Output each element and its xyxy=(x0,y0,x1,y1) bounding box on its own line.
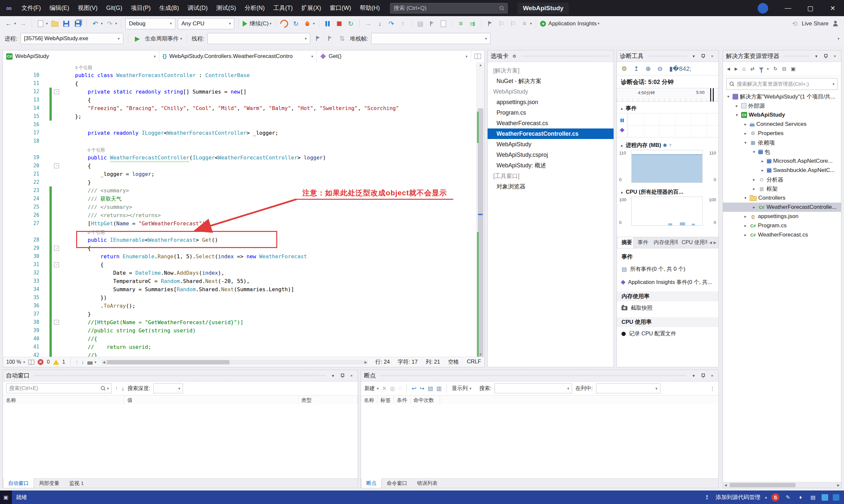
panel-tab[interactable]: 监视 1 xyxy=(64,479,89,488)
show-next-statement-icon[interactable]: → xyxy=(364,19,373,28)
panel-tab[interactable]: 局部变量 xyxy=(34,479,64,488)
live-share-icon[interactable]: ⟲ xyxy=(790,19,799,28)
tab-scroll-right-icon[interactable]: ▶ xyxy=(714,240,717,245)
maximize-button[interactable]: ▢ xyxy=(799,0,822,16)
filter-icon[interactable] xyxy=(759,68,763,71)
code-line[interactable]: 12- private static readonly string[] Sum… xyxy=(3,88,484,96)
window-tile-icon[interactable] xyxy=(822,494,828,501)
code-line[interactable]: 37 } xyxy=(3,310,484,318)
back-icon[interactable]: ◀ xyxy=(727,67,730,71)
push-up-arrow-icon[interactable]: ↥ xyxy=(703,493,711,501)
code-area[interactable]: 3 个引用10 public class WeatherForecastCont… xyxy=(3,62,484,357)
code-line[interactable]: 11 { xyxy=(3,79,484,88)
expander-icon[interactable]: ▸ xyxy=(751,205,757,210)
previous-bookmark-icon[interactable]: ⚐ xyxy=(497,19,506,28)
fold-toggle-icon[interactable]: - xyxy=(54,246,59,251)
session-timeline[interactable]: 4:50分钟 5:00 xyxy=(617,88,718,102)
save-all-icon[interactable] xyxy=(73,19,82,28)
continue-icon[interactable] xyxy=(243,21,247,27)
continue-button[interactable]: 继续(C) xyxy=(249,20,269,28)
step-into-icon[interactable]: ↓ xyxy=(375,19,384,28)
thread-dropdown[interactable]: ▾ xyxy=(207,33,310,44)
debugbar-overflow-icon[interactable]: ▾ xyxy=(838,37,839,41)
take-snapshot-link[interactable]: 截取快照 xyxy=(617,301,718,314)
expander-icon[interactable]: ▸ xyxy=(743,131,748,136)
delete-breakpoint-icon[interactable]: ✕ xyxy=(382,385,387,392)
tree-item[interactable]: ▸Swashbuckle.AspNetC... xyxy=(723,166,841,175)
scroll-right-icon[interactable]: ▶ xyxy=(837,483,841,487)
expander-icon[interactable]: ▸ xyxy=(743,233,748,237)
code-line[interactable]: 39 //public string Get(string userid) xyxy=(3,326,484,335)
source-control-provider-badge[interactable]: S xyxy=(772,493,779,501)
code-line[interactable]: 42 //} xyxy=(3,351,484,357)
diagnostics-tab[interactable]: 内存使用率 xyxy=(650,237,678,248)
column-header[interactable]: 名称 xyxy=(361,396,378,405)
expander-icon[interactable]: ▸ xyxy=(760,168,765,173)
scroll-down-icon[interactable]: ▼ xyxy=(477,353,484,356)
in-column-dropdown[interactable]: ▾ xyxy=(596,383,660,393)
code-line[interactable]: 41 // return userid; xyxy=(3,343,484,351)
menu-item[interactable]: 编辑(E) xyxy=(45,0,73,16)
new-breakpoint-dropdown-icon[interactable]: ▾ xyxy=(377,386,379,391)
restart-icon[interactable]: ↻ xyxy=(346,19,356,28)
break-all-icon[interactable] xyxy=(323,19,332,28)
expander-icon[interactable]: ▸ xyxy=(743,223,748,228)
code-line[interactable]: 15 }; xyxy=(3,112,484,121)
pin-icon[interactable] xyxy=(700,372,706,379)
export-report-icon[interactable]: ↥ xyxy=(634,65,639,72)
tree-item[interactable]: ▸WeatherForecastControlle... xyxy=(723,203,841,212)
menu-item[interactable]: 项目(P) xyxy=(126,0,155,16)
app-insights-events-link[interactable]: Application Insights 事件(0 个, 共... xyxy=(617,276,718,289)
code-line[interactable]: 26 /// <returns></returns> xyxy=(3,211,484,219)
export-breakpoints-icon[interactable]: ↪ xyxy=(420,385,424,392)
process-dropdown[interactable]: [35756] WebApiStudy.exe▾ xyxy=(20,33,123,44)
tree-item[interactable]: ▸WeatherForecast.cs xyxy=(723,230,841,239)
breakpoints-search-input[interactable]: ▾ xyxy=(495,383,572,393)
code-line[interactable]: 34 Summary = Summaries[Random.Shared.Nex… xyxy=(3,285,484,293)
window-position-dropdown-icon[interactable]: ▾ xyxy=(690,53,697,59)
fold-toggle-icon[interactable]: - xyxy=(54,320,59,325)
navigate-back-dropdown-icon[interactable]: ▾ xyxy=(14,21,16,26)
code-line[interactable]: 30 return Enumerable.Range(1, 5).Select(… xyxy=(3,252,484,260)
expander-icon[interactable]: ▾ xyxy=(743,140,748,145)
pin-icon[interactable] xyxy=(339,372,345,379)
expander-icon[interactable]: ▸ xyxy=(760,159,765,163)
column-header[interactable]: 标签 xyxy=(378,396,394,405)
show-columns-button[interactable]: 显示列 xyxy=(452,385,467,392)
lifecycle-events-button[interactable]: 生命周期事件 xyxy=(145,35,179,42)
tree-item[interactable]: ▸Program.cs xyxy=(723,221,841,230)
gear-icon[interactable]: ⚙ xyxy=(511,53,518,59)
code-line[interactable]: 36 .ToArray(); xyxy=(3,302,484,310)
column-header[interactable]: 名称 xyxy=(3,396,124,405)
menu-item[interactable]: 测试(S) xyxy=(212,0,240,16)
sync-with-active-document-icon[interactable]: ⇄ xyxy=(751,66,755,72)
flagged-threads-only-icon[interactable] xyxy=(325,34,334,43)
expander-icon[interactable]: ▸ xyxy=(751,186,757,191)
open-document-item[interactable]: WebApiStudy.csproj xyxy=(488,149,614,160)
expander-icon[interactable]: ▸ xyxy=(751,177,757,182)
window-position-dropdown-icon[interactable]: ▾ xyxy=(330,372,336,379)
zoom-dropdown-icon[interactable]: ▾ xyxy=(23,360,25,364)
go-to-source-icon[interactable]: ▤ xyxy=(428,385,433,392)
bookmark-list-icon[interactable]: ≡ xyxy=(520,19,529,28)
close-icon[interactable]: × xyxy=(709,53,716,59)
close-icon[interactable]: × xyxy=(709,372,716,379)
editor-vertical-scrollbar[interactable]: ▲ ▼ xyxy=(477,62,484,357)
lifecycle-events-icon[interactable]: ▶ xyxy=(133,34,142,43)
scroll-right-icon[interactable]: ▶ xyxy=(365,360,368,364)
minimize-button[interactable]: — xyxy=(777,0,799,16)
error-count[interactable]: 0 xyxy=(47,359,50,365)
hot-reload-dropdown-icon[interactable]: ▾ xyxy=(313,21,315,26)
solution-configuration-dropdown[interactable]: Debug▾ xyxy=(125,18,175,29)
column-header[interactable]: 命中次数 xyxy=(411,396,440,405)
suspend-thread-icon[interactable]: ⇅ xyxy=(338,34,347,43)
import-breakpoints-icon[interactable]: ↩ xyxy=(412,385,416,392)
open-document-item[interactable]: appsettings.json xyxy=(488,97,614,107)
tree-item[interactable]: ▸外部源 xyxy=(723,101,841,110)
errors-icon[interactable]: ✕ xyxy=(38,359,44,365)
toolbar-overflow-icon[interactable]: ▾ xyxy=(530,21,532,26)
pin-icon[interactable] xyxy=(822,53,829,59)
tree-item[interactable]: ▸框架 xyxy=(723,184,841,193)
search-options-dropdown-icon[interactable]: ▾ xyxy=(832,82,834,86)
code-line[interactable]: 33 TemperatureC = Random.Shared.Next(-20… xyxy=(3,277,484,285)
